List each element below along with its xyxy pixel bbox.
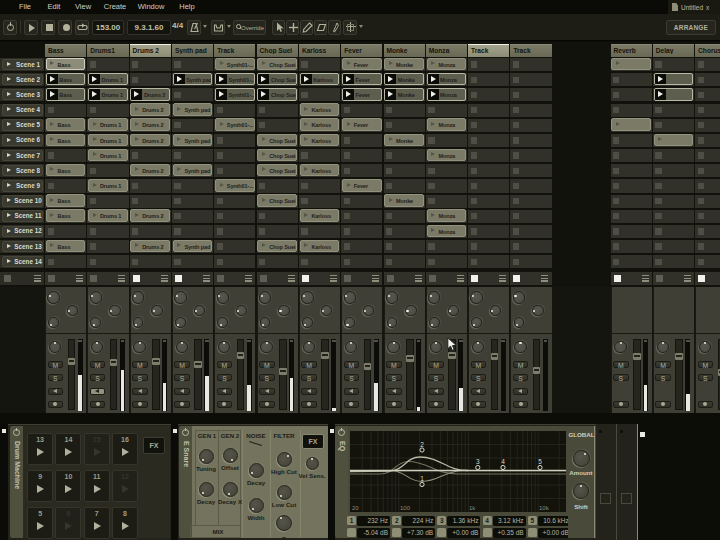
svg-text:3: 3 (476, 458, 480, 465)
svg-text:1: 1 (420, 475, 424, 482)
svg-text:4: 4 (501, 458, 505, 465)
svg-text:10k: 10k (539, 505, 550, 511)
svg-text:100: 100 (400, 505, 411, 511)
svg-text:5: 5 (538, 458, 542, 465)
svg-text:2: 2 (420, 441, 424, 448)
svg-text:1k: 1k (469, 505, 476, 511)
svg-text:20: 20 (352, 505, 359, 511)
